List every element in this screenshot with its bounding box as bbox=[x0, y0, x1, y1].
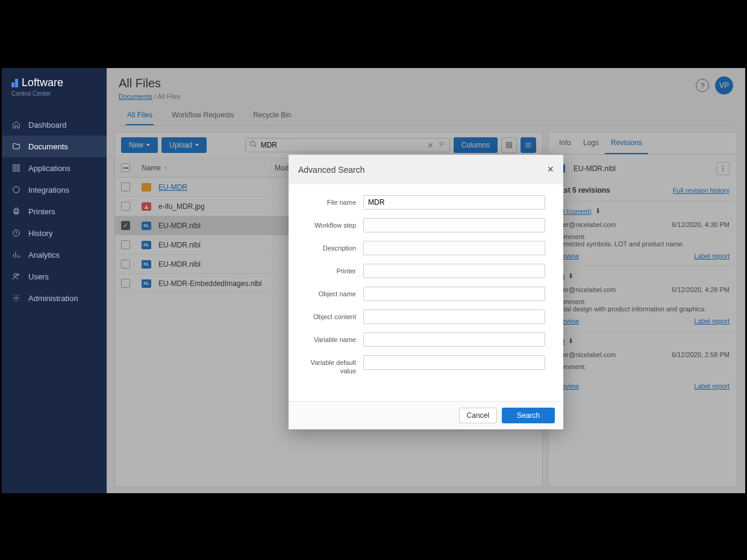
sidebar-item-analytics[interactable]: Analytics bbox=[2, 244, 107, 266]
printer-input[interactable] bbox=[363, 264, 545, 278]
sidebar-item-label: Users bbox=[28, 272, 49, 281]
object-content-label: Object content bbox=[307, 310, 356, 321]
variable-name-input[interactable] bbox=[363, 332, 545, 347]
logo-icon bbox=[11, 79, 18, 87]
printer-icon bbox=[11, 207, 21, 216]
home-icon bbox=[11, 120, 21, 129]
workflow-step-input[interactable] bbox=[363, 218, 545, 232]
main-area: All Files Documents / All Files ? VP All… bbox=[107, 68, 745, 493]
sidebar-item-label: History bbox=[28, 229, 52, 238]
gear-icon bbox=[11, 293, 21, 303]
folder-icon bbox=[11, 142, 21, 151]
file-name-label: File name bbox=[307, 195, 356, 207]
integrations-icon bbox=[11, 185, 21, 194]
sidebar-item-label: Dashboard bbox=[28, 120, 67, 129]
sidebar-item-label: Applications bbox=[28, 164, 70, 173]
sidebar-item-label: Integrations bbox=[28, 185, 69, 194]
brand-logo: Loftware Control Center bbox=[2, 68, 107, 102]
description-input[interactable] bbox=[363, 241, 545, 255]
printer-label: Printer bbox=[307, 264, 356, 275]
sidebar: Loftware Control Center Dashboard Docume… bbox=[2, 68, 107, 493]
sidebar-item-users[interactable]: Users bbox=[2, 266, 107, 287]
variable-name-label: Variable name bbox=[307, 332, 356, 344]
object-content-input[interactable] bbox=[363, 310, 545, 324]
users-icon bbox=[11, 272, 21, 281]
svg-rect-1 bbox=[17, 165, 19, 167]
analytics-icon bbox=[11, 250, 21, 260]
description-label: Description bbox=[307, 241, 356, 252]
modal-footer: Cancel Search bbox=[289, 401, 563, 429]
object-name-input[interactable] bbox=[363, 287, 545, 301]
svg-point-11 bbox=[15, 297, 17, 299]
workflow-step-label: Workflow step bbox=[307, 218, 356, 229]
file-name-input[interactable] bbox=[363, 195, 545, 210]
sidebar-item-dashboard[interactable]: Dashboard bbox=[2, 114, 107, 135]
variable-default-input[interactable] bbox=[363, 355, 545, 370]
svg-rect-0 bbox=[13, 165, 16, 167]
modal-header: Advanced Search × bbox=[289, 155, 563, 184]
svg-rect-7 bbox=[15, 212, 18, 214]
modal-title: Advanced Search bbox=[298, 165, 365, 175]
history-icon bbox=[11, 228, 21, 238]
sidebar-item-printers[interactable]: Printers bbox=[2, 201, 107, 222]
sidebar-nav: Dashboard Documents Applications Integra… bbox=[2, 114, 107, 309]
sidebar-item-history[interactable]: History bbox=[2, 222, 107, 244]
sidebar-item-integrations[interactable]: Integrations bbox=[2, 179, 107, 201]
svg-point-4 bbox=[13, 187, 20, 193]
svg-rect-3 bbox=[17, 169, 19, 171]
sidebar-item-applications[interactable]: Applications bbox=[2, 157, 107, 179]
brand-subtitle: Control Center bbox=[11, 90, 97, 97]
svg-point-10 bbox=[17, 273, 19, 276]
sidebar-item-label: Analytics bbox=[28, 250, 60, 260]
svg-point-9 bbox=[14, 273, 17, 276]
cancel-button[interactable]: Cancel bbox=[459, 408, 497, 423]
object-name-label: Object name bbox=[307, 287, 356, 298]
search-button[interactable]: Search bbox=[502, 408, 555, 423]
modal-overlay: Advanced Search × File name Workflow ste… bbox=[107, 68, 745, 493]
close-icon[interactable]: × bbox=[547, 163, 554, 176]
svg-rect-5 bbox=[14, 210, 19, 213]
sidebar-item-label: Administration bbox=[28, 294, 78, 303]
sidebar-item-administration[interactable]: Administration bbox=[2, 287, 107, 309]
svg-rect-6 bbox=[15, 208, 18, 210]
variable-default-label: Variable default value bbox=[307, 355, 356, 376]
brand-name: Loftware bbox=[22, 76, 63, 89]
app-window: Loftware Control Center Dashboard Docume… bbox=[2, 68, 745, 493]
sidebar-item-label: Printers bbox=[28, 207, 55, 216]
apps-icon bbox=[11, 163, 21, 173]
sidebar-item-documents[interactable]: Documents bbox=[2, 135, 107, 157]
modal-body: File name Workflow step Description Prin… bbox=[289, 184, 563, 401]
sidebar-item-label: Documents bbox=[28, 142, 68, 151]
advanced-search-modal: Advanced Search × File name Workflow ste… bbox=[289, 155, 563, 429]
svg-rect-2 bbox=[13, 169, 16, 171]
